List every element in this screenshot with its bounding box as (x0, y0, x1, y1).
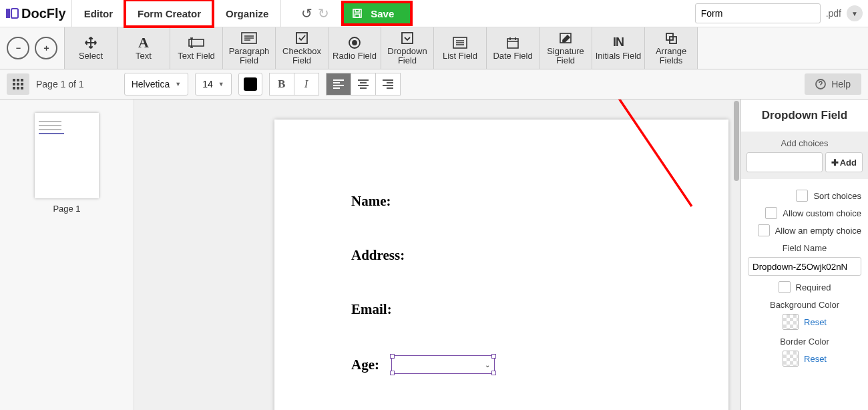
properties-title: Dropdown Field (741, 109, 868, 122)
svg-rect-18 (21, 79, 23, 81)
sort-label: Sort choices (813, 191, 861, 201)
move-icon (83, 35, 98, 50)
svg-point-9 (353, 41, 357, 45)
caret-down-icon: ▼ (218, 81, 224, 87)
ribbon-dropdown-field[interactable]: Dropdown Field (381, 27, 434, 69)
zoom-in-button[interactable]: ＋ (35, 37, 57, 59)
ribbon-list-field[interactable]: List Field (434, 27, 487, 69)
choice-input[interactable] (746, 152, 823, 172)
allow-custom-label: Allow custom choice (783, 208, 861, 218)
svg-rect-7 (296, 33, 307, 43)
undo-icon[interactable]: ↺ (301, 5, 312, 21)
required-label: Required (796, 282, 831, 292)
dropdown-field-instance[interactable]: ⌄ (391, 355, 495, 374)
ribbon-text[interactable]: AText (118, 27, 170, 69)
save-icon (352, 8, 363, 19)
chevron-down-icon: ⌄ (485, 361, 490, 369)
tab-organize[interactable]: Organize (213, 0, 281, 27)
save-highlight: Save (344, 3, 410, 23)
required-checkbox[interactable] (779, 281, 791, 293)
save-button[interactable]: Save (344, 3, 410, 23)
allow-custom-checkbox[interactable] (765, 207, 777, 219)
ribbon-select[interactable]: Select (65, 27, 118, 69)
caret-down-icon: ▼ (175, 81, 181, 87)
redo-icon[interactable]: ↻ (318, 5, 329, 21)
brand-icon (5, 7, 19, 20)
save-label: Save (371, 8, 394, 19)
brand-logo: DocFly (5, 6, 66, 21)
svg-rect-3 (355, 9, 359, 12)
more-menu-button[interactable]: ▼ (847, 5, 863, 21)
checkbox-icon (295, 31, 308, 45)
document-canvas[interactable]: Name: Address: Email: Age: ⌄ ✥ ⧉ 🗑 (134, 99, 740, 410)
tab-form-creator-label: Form Creator (138, 8, 201, 19)
bg-color-label: Background Color (748, 300, 861, 310)
border-color-swatch[interactable] (783, 351, 799, 367)
allow-empty-checkbox[interactable] (758, 224, 770, 236)
signature-icon (559, 31, 572, 45)
svg-rect-1 (11, 9, 18, 18)
zoom-out-button[interactable]: － (7, 37, 29, 59)
tab-organize-label: Organize (226, 8, 268, 19)
align-center-button[interactable] (351, 73, 376, 95)
filename-input[interactable] (695, 3, 821, 23)
ribbon-initials-field[interactable]: INInitials Field (592, 27, 645, 69)
tab-form-creator[interactable]: Form Creator (125, 0, 213, 27)
grid-icon (13, 79, 23, 89)
ribbon-paragraph-field[interactable]: Paragraph Field (223, 27, 276, 69)
svg-rect-12 (507, 39, 518, 48)
svg-rect-22 (13, 87, 15, 89)
ribbon-checkbox-field[interactable]: Checkbox Field (276, 27, 329, 69)
thumbnail-toggle[interactable] (7, 73, 29, 95)
ribbon-signature-field[interactable]: Signature Field (539, 27, 592, 69)
ribbon-date-field[interactable]: Date Field (487, 27, 539, 69)
file-extension: .pdf (826, 8, 841, 19)
align-left-button[interactable] (326, 73, 351, 95)
svg-rect-4 (355, 14, 360, 17)
properties-panel: Dropdown Field Add choices ✚Add Sort cho… (740, 99, 868, 410)
paragraph-field-icon (241, 31, 257, 45)
font-size-select[interactable]: 14▼ (195, 73, 232, 95)
field-name-label: Field Name (748, 243, 861, 253)
label-age: Age: (351, 357, 379, 373)
arrange-icon (664, 31, 678, 45)
font-color-picker[interactable] (238, 73, 262, 95)
field-name-input[interactable] (748, 257, 861, 276)
document-page[interactable]: Name: Address: Email: Age: ⌄ (274, 120, 728, 410)
ribbon-text-field[interactable]: Text Field (170, 27, 223, 69)
radio-icon (348, 35, 361, 50)
svg-rect-10 (402, 33, 413, 43)
label-address: Address: (351, 247, 652, 264)
font-family-select[interactable]: Helvetica▼ (124, 73, 189, 95)
add-choice-button[interactable]: ✚Add (825, 152, 863, 172)
border-color-reset[interactable]: Reset (804, 354, 827, 364)
sort-checkbox[interactable] (796, 190, 808, 202)
color-swatch (244, 77, 257, 91)
list-icon (453, 35, 467, 50)
label-email: Email: (351, 301, 652, 318)
bg-color-swatch[interactable] (783, 314, 799, 330)
vertical-scrollbar[interactable] (732, 99, 740, 410)
allow-empty-label: Allow an empty choice (775, 226, 861, 236)
text-icon: A (138, 35, 149, 50)
svg-rect-21 (21, 83, 23, 85)
italic-button[interactable]: I (294, 73, 319, 95)
ribbon-radio-field[interactable]: Radio Field (329, 27, 381, 69)
add-choices-label: Add choices (746, 138, 863, 148)
svg-rect-23 (17, 87, 19, 89)
ribbon-arrange-fields[interactable]: Arrange Fields (645, 27, 697, 69)
help-button[interactable]: Help (805, 73, 861, 95)
thumbnail-label: Page 1 (53, 204, 80, 214)
label-name: Name: (351, 193, 652, 210)
bg-color-reset[interactable]: Reset (804, 317, 827, 327)
svg-rect-16 (13, 79, 15, 81)
form-ribbon: Select AText Text Field Paragraph Field … (64, 27, 698, 69)
dropdown-icon (401, 31, 414, 45)
bold-button[interactable]: B (269, 73, 294, 95)
align-right-button[interactable] (376, 73, 401, 95)
border-color-label: Border Color (748, 337, 861, 347)
thumbnail-panel: Page 1 (0, 99, 134, 410)
brand-text: DocFly (21, 6, 66, 21)
tab-editor[interactable]: Editor (71, 0, 125, 27)
page-thumbnail[interactable] (35, 113, 99, 198)
